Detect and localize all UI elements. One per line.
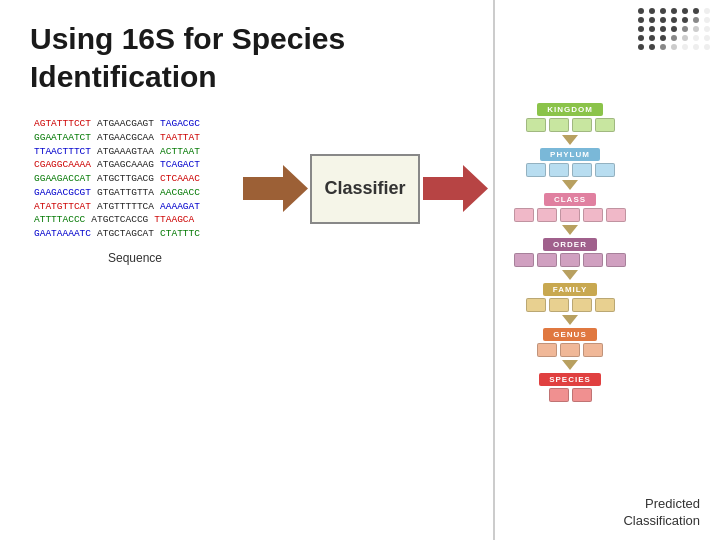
family-level: FAMILY — [470, 283, 670, 312]
slide-title: Using 16S for Species Identification — [30, 20, 690, 95]
arrow-family-genus — [562, 315, 578, 325]
class-label: CLASS — [544, 193, 596, 206]
species-level: SPECIES — [470, 373, 670, 402]
genus-level: GENUS — [470, 328, 670, 357]
order-level: ORDER — [470, 238, 670, 267]
arrow-phylum-class — [562, 180, 578, 190]
kingdom-level: KINGDOM — [470, 103, 670, 132]
family-items — [526, 298, 615, 312]
class-items — [514, 208, 626, 222]
species-items — [549, 388, 592, 402]
arrow-order-family — [562, 270, 578, 280]
arrow-genus-species — [562, 360, 578, 370]
arrow-class-order — [562, 225, 578, 235]
sequence-text: AGTATTTCCT ATGAACGAGT TAGACGC GGAATAATCT… — [30, 113, 240, 245]
genus-label: GENUS — [543, 328, 596, 341]
family-label: FAMILY — [543, 283, 598, 296]
phylum-level: PHYLUM — [470, 148, 670, 177]
classifier-box: Classifier — [310, 154, 420, 224]
arrow-kingdom-phylum — [562, 135, 578, 145]
taxonomy-area: KINGDOM PHYLUM — [460, 103, 680, 402]
class-level: CLASS — [470, 193, 670, 222]
sequence-block: AGTATTTCCT ATGAACGAGT TAGACGC GGAATAATCT… — [30, 113, 240, 265]
svg-marker-0 — [243, 165, 308, 212]
classifier-label: Classifier — [324, 178, 405, 199]
phylum-items — [526, 163, 615, 177]
order-label: ORDER — [543, 238, 597, 251]
sequence-to-classifier-arrow — [240, 159, 310, 219]
slide: Using 16S for Species Identification AGT… — [0, 0, 720, 540]
content-area: AGTATTTCCT ATGAACGAGT TAGACGC GGAATAATCT… — [30, 113, 690, 265]
order-items — [514, 253, 626, 267]
sequence-label: Sequence — [30, 251, 240, 265]
phylum-label: PHYLUM — [540, 148, 600, 161]
genus-items — [537, 343, 603, 357]
kingdom-items — [526, 118, 615, 132]
species-label: SPECIES — [539, 373, 601, 386]
predicted-classification-label: Predicted Classification — [623, 496, 700, 530]
kingdom-label: KINGDOM — [537, 103, 603, 116]
dots-decoration — [638, 8, 712, 50]
